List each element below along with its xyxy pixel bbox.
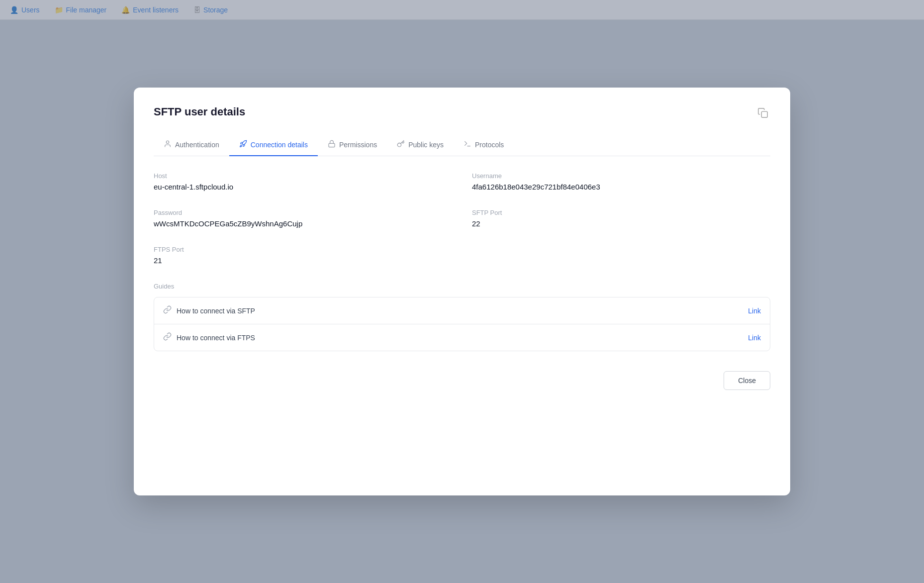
host-value: eu-central-1.sftpcloud.io: [154, 183, 452, 191]
password-label: Password: [154, 209, 452, 216]
guides-label: Guides: [154, 283, 770, 290]
username-value: 4fa6126b18e043e29c721bf84e0406e3: [472, 183, 770, 191]
link-ftps-icon: [163, 332, 172, 343]
tab-protocols-label: Protocols: [475, 141, 504, 149]
guide-ftps-text: How to connect via FTPS: [177, 334, 255, 342]
host-field: Host eu-central-1.sftpcloud.io: [154, 172, 452, 191]
sftp-port-value: 22: [472, 219, 770, 228]
guide-ftps-item[interactable]: How to connect via FTPS Link: [154, 324, 770, 351]
guide-sftp-item[interactable]: How to connect via SFTP Link: [154, 297, 770, 324]
password-sftp-row: Password wWcsMTKDcOCPEGa5cZB9yWshnAg6Cuj…: [154, 209, 770, 228]
ftps-port-label: FTPS Port: [154, 246, 452, 253]
terminal-icon: [463, 140, 471, 149]
tab-connection-details-label: Connection details: [251, 141, 308, 149]
tab-protocols[interactable]: Protocols: [454, 134, 514, 156]
key-icon: [397, 140, 405, 149]
tab-authentication[interactable]: Authentication: [154, 134, 229, 156]
guide-ftps-link[interactable]: Link: [748, 334, 761, 342]
guide-sftp-text: How to connect via SFTP: [177, 307, 255, 315]
modal-header: SFTP user details: [154, 105, 770, 122]
host-username-row: Host eu-central-1.sftpcloud.io Username …: [154, 172, 770, 191]
sftp-user-details-modal: SFTP user details Authentication: [134, 88, 790, 495]
modal-content: Host eu-central-1.sftpcloud.io Username …: [154, 156, 770, 390]
lock-icon: [328, 140, 336, 149]
tab-connection-details[interactable]: Connection details: [229, 134, 318, 156]
sftp-port-field: SFTP Port 22: [472, 209, 770, 228]
host-label: Host: [154, 172, 452, 180]
svg-rect-0: [761, 111, 767, 117]
svg-rect-2: [329, 143, 335, 147]
ftps-row: FTPS Port 21: [154, 246, 770, 265]
modal-title: SFTP user details: [154, 105, 245, 118]
tab-permissions-label: Permissions: [339, 141, 377, 149]
modal-overlay: SFTP user details Authentication: [0, 0, 924, 583]
sftp-port-label: SFTP Port: [472, 209, 770, 216]
link-sftp-icon: [163, 305, 172, 316]
tab-permissions[interactable]: Permissions: [318, 134, 387, 156]
tab-authentication-label: Authentication: [175, 141, 219, 149]
svg-point-1: [166, 141, 169, 143]
password-field: Password wWcsMTKDcOCPEGa5cZB9yWshnAg6Cuj…: [154, 209, 452, 228]
guides-section: Guides How to connect via SFTP: [154, 283, 770, 351]
guides-container: How to connect via SFTP Link: [154, 297, 770, 351]
tab-public-keys[interactable]: Public keys: [387, 134, 454, 156]
tab-public-keys-label: Public keys: [408, 141, 444, 149]
ftps-port-value: 21: [154, 256, 452, 265]
copy-button[interactable]: [755, 105, 770, 122]
username-field: Username 4fa6126b18e043e29c721bf84e0406e…: [472, 172, 770, 191]
username-label: Username: [472, 172, 770, 180]
person-icon: [164, 140, 172, 149]
modal-footer: Close: [154, 371, 770, 390]
tabs: Authentication Connection details: [154, 134, 770, 156]
close-button[interactable]: Close: [724, 371, 770, 390]
rocket-icon: [239, 140, 247, 149]
ftps-port-field: FTPS Port 21: [154, 246, 452, 265]
guide-sftp-link[interactable]: Link: [748, 307, 761, 315]
password-value: wWcsMTKDcOCPEGa5cZB9yWshnAg6Cujp: [154, 219, 452, 228]
